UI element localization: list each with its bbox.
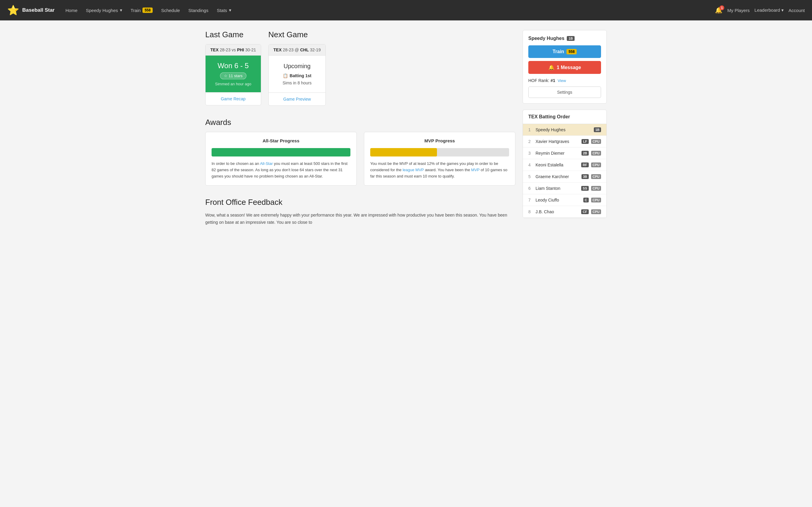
game-preview-link[interactable]: Game Preview bbox=[283, 97, 311, 102]
front-office-section: Front Office Feedback Wow, what a season… bbox=[205, 198, 516, 226]
clipboard-icon: 📋 bbox=[283, 73, 288, 78]
next-game-chl-record: 32-19 bbox=[310, 48, 321, 52]
star-outline-icon: ☆ bbox=[224, 73, 227, 78]
last-game-card: TEX 28-23 vs PHI 30-21 Won 6 - 5 ☆ 11 st… bbox=[205, 44, 261, 105]
last-game-phi-record: 30-21 bbox=[245, 48, 256, 52]
games-row: Last Game TEX 28-23 vs PHI 30-21 Won 6 -… bbox=[205, 30, 516, 106]
last-game-phi: PHI bbox=[237, 48, 244, 52]
star-icon: ⭐ bbox=[7, 5, 19, 15]
left-column: Last Game TEX 28-23 vs PHI 30-21 Won 6 -… bbox=[205, 30, 516, 226]
batting-num: 2 bbox=[528, 139, 533, 144]
allstar-link[interactable]: All-Star bbox=[260, 161, 273, 166]
batting-player-name: Graeme Karchner bbox=[536, 174, 579, 179]
nav-standings[interactable]: Standings bbox=[185, 5, 212, 15]
nav-player-label: Speedy Hughes bbox=[86, 8, 118, 13]
last-game-stars-count: 11 stars bbox=[229, 73, 242, 78]
nav-stats-caret: ▾ bbox=[229, 7, 231, 13]
batting-player-name: Xavier Hartgraves bbox=[536, 139, 579, 144]
message-button[interactable]: 🔔 1 Message bbox=[528, 61, 601, 74]
batting-num: 4 bbox=[528, 163, 533, 167]
allstar-card: All-Star Progress In order to be chosen … bbox=[205, 132, 357, 186]
last-game-stars: ☆ 11 stars bbox=[220, 72, 247, 79]
nav-leaderboard-label: Leaderboard bbox=[755, 7, 780, 13]
batting-pos-tag: LF bbox=[582, 139, 588, 144]
batting-num: 7 bbox=[528, 198, 533, 203]
next-game-section: Next Game TEX 28-23 @ CHL 32-19 Upcoming… bbox=[268, 30, 326, 106]
player-sidebar-card: Speedy Hughes 1B Train 558 🔔 1 Message H… bbox=[523, 30, 607, 104]
allstar-progress-fill bbox=[212, 148, 350, 157]
mvp-text: You must be the MVP of at least 12% of t… bbox=[370, 161, 509, 179]
nav-train-badge: 558 bbox=[143, 7, 153, 13]
awards-section: Awards All-Star Progress In order to be … bbox=[205, 118, 516, 186]
last-game-result-banner: Won 6 - 5 ☆ 11 stars Simmed an hour ago bbox=[206, 56, 261, 92]
cpu-tag: CPU bbox=[591, 163, 601, 167]
batting-pos-tag: RF bbox=[581, 163, 589, 167]
nav-account[interactable]: Account bbox=[789, 8, 805, 13]
batting-row: 7 Leody Ciuffo C CPU bbox=[523, 194, 606, 206]
allstar-text-before: In order to be chosen as an bbox=[212, 161, 260, 166]
navbar: ⭐ Baseball Star Home Speedy Hughes ▾ Tra… bbox=[0, 0, 812, 20]
batting-player-name: Keoni Estalella bbox=[536, 163, 579, 167]
settings-button[interactable]: Settings bbox=[528, 87, 601, 98]
batting-row: 8 J.B. Chao CF CPU bbox=[523, 206, 606, 218]
main-content: Last Game TEX 28-23 vs PHI 30-21 Won 6 -… bbox=[196, 20, 616, 236]
batting-num: 3 bbox=[528, 151, 533, 156]
cpu-tag: CPU bbox=[591, 174, 601, 179]
nav-leaderboard[interactable]: Leaderboard ▾ bbox=[755, 7, 784, 13]
next-game-footer: Game Preview bbox=[269, 93, 325, 105]
last-game-score: Won 6 - 5 bbox=[210, 62, 256, 70]
mvp-link[interactable]: MVP bbox=[471, 168, 480, 172]
batting-row: 1 Speedy Hughes 1B bbox=[523, 124, 606, 136]
batting-order-list: 1 Speedy Hughes 1B 2 Xavier Hartgraves L… bbox=[523, 124, 606, 218]
nav-my-players[interactable]: My Players bbox=[727, 8, 750, 13]
batting-order-text: Batting 1st bbox=[290, 73, 311, 78]
last-game-simmed: Simmed an hour ago bbox=[210, 82, 256, 86]
last-game-title: Last Game bbox=[205, 30, 261, 39]
nav-stats-label: Stats bbox=[217, 8, 227, 13]
mvp-title: MVP Progress bbox=[370, 138, 509, 143]
cpu-tag: CPU bbox=[591, 198, 601, 203]
league-mvp-link[interactable]: league MVP bbox=[403, 168, 424, 172]
train-button-label: Train bbox=[553, 49, 564, 54]
front-office-title: Front Office Feedback bbox=[205, 198, 516, 207]
nav-links: Home Speedy Hughes ▾ Train 558 Schedule … bbox=[62, 5, 713, 15]
allstar-title: All-Star Progress bbox=[212, 138, 350, 143]
notification-count: 1 bbox=[719, 5, 724, 10]
hof-rank-label: HOF Rank: bbox=[528, 78, 549, 83]
hof-rank-view-link[interactable]: View bbox=[557, 78, 566, 83]
right-sidebar: Speedy Hughes 1B Train 558 🔔 1 Message H… bbox=[523, 30, 607, 226]
batting-order-title: TEX Batting Order bbox=[523, 110, 606, 124]
game-recap-link[interactable]: Game Recap bbox=[221, 97, 246, 101]
batting-order-card: TEX Batting Order 1 Speedy Hughes 1B 2 X… bbox=[523, 110, 607, 218]
allstar-progress-bg bbox=[212, 148, 350, 157]
allstar-text: In order to be chosen as an All-Star you… bbox=[212, 161, 350, 179]
next-game-header: TEX 28-23 @ CHL 32-19 bbox=[269, 45, 325, 56]
nav-leaderboard-caret: ▾ bbox=[781, 7, 784, 13]
nav-player[interactable]: Speedy Hughes ▾ bbox=[83, 5, 126, 15]
cpu-tag: CPU bbox=[591, 151, 601, 156]
last-game-header: TEX 28-23 vs PHI 30-21 bbox=[206, 45, 261, 56]
next-game-body: Upcoming 📋 Batting 1st Sims in 8 hours bbox=[269, 56, 325, 93]
last-game-vs: vs bbox=[232, 48, 237, 52]
next-game-card: TEX 28-23 @ CHL 32-19 Upcoming 📋 Batting… bbox=[268, 44, 326, 106]
next-game-tex: TEX bbox=[273, 48, 282, 52]
batting-pos-tag: 1B bbox=[594, 127, 601, 132]
message-button-label: 1 Message bbox=[557, 65, 581, 70]
nav-schedule[interactable]: Schedule bbox=[158, 5, 183, 15]
notification-bell[interactable]: 🔔 1 bbox=[715, 7, 722, 14]
last-game-footer: Game Recap bbox=[206, 92, 261, 105]
train-button-badge: 558 bbox=[566, 49, 577, 54]
next-game-chl: CHL bbox=[300, 48, 309, 52]
batting-player-name: Liam Stanton bbox=[536, 186, 579, 191]
mvp-text-middle: award. You have been the bbox=[424, 168, 471, 172]
train-button[interactable]: Train 558 bbox=[528, 45, 601, 58]
nav-home[interactable]: Home bbox=[62, 5, 81, 15]
nav-train[interactable]: Train 558 bbox=[127, 5, 157, 15]
sidebar-player-pos: 1B bbox=[567, 36, 575, 41]
batting-info: 📋 Batting 1st bbox=[273, 73, 321, 78]
awards-row: All-Star Progress In order to be chosen … bbox=[205, 132, 516, 186]
nav-player-caret: ▾ bbox=[120, 7, 122, 13]
last-game-section: Last Game TEX 28-23 vs PHI 30-21 Won 6 -… bbox=[205, 30, 261, 106]
batting-row: 5 Graeme Karchner 3B CPU bbox=[523, 171, 606, 183]
nav-stats[interactable]: Stats ▾ bbox=[213, 5, 235, 15]
